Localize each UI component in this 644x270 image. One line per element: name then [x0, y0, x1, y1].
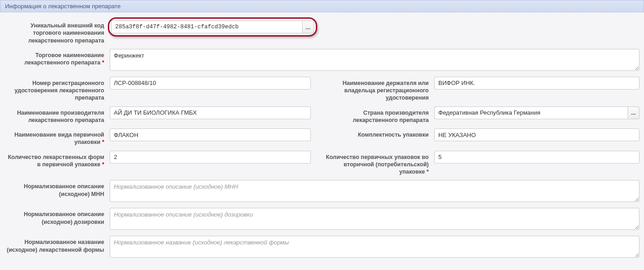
norm-form-input[interactable] [110, 236, 639, 258]
row-unique-code: Уникальный внешний код торгового наимено… [5, 19, 639, 44]
row-packaging: Наименование вида первичной упаковки * К… [5, 128, 639, 146]
row-manufacturer: Наименование производителя лекарственног… [5, 106, 639, 124]
trade-name-input[interactable] [110, 49, 639, 71]
primary-pack-type-input[interactable] [110, 128, 311, 141]
form-area: Уникальный внешний код торгового наимено… [0, 12, 644, 264]
panel-header: Информация о лекарственном препарате [0, 0, 644, 12]
unique-code-lookup-button[interactable]: ... [302, 21, 314, 33]
label-primary-in-secondary: Количество первичных упаковок во вторичн… [320, 151, 434, 176]
label-primary-pack-type: Наименование вида первичной упаковки * [5, 128, 110, 146]
label-holder-name: Наименование держателя или владельца рег… [320, 77, 434, 102]
panel-title: Информация о лекарственном препарате [5, 3, 121, 10]
norm-mnn-input[interactable] [110, 180, 639, 202]
label-norm-form: Нормализованное название (исходное) лека… [5, 236, 110, 254]
label-unique-code: Уникальный внешний код торгового наимено… [5, 19, 110, 44]
pack-completeness-input[interactable] [434, 128, 639, 141]
reg-cert-num-input[interactable] [110, 77, 311, 90]
manufacturer-country-input[interactable] [434, 106, 628, 119]
manufacturer-country-lookup-button[interactable]: ... [628, 106, 639, 119]
label-trade-name: Торговое наименование лекарственного пре… [5, 49, 110, 67]
label-manufacturer-country: Страна производителя лекарственного преп… [320, 106, 434, 124]
label-norm-mnn: Нормализованное описание (исходное) МНН [5, 180, 110, 198]
row-counts: Количество лекарственных форм в первично… [5, 151, 639, 176]
label-forms-in-primary: Количество лекарственных форм в первично… [5, 151, 110, 169]
row-norm-mnn: Нормализованное описание (исходное) МНН [5, 180, 639, 203]
label-reg-cert-num: Номер регистрационного удостоверения лек… [5, 77, 110, 102]
row-reg-holder: Номер регистрационного удостоверения лек… [5, 77, 639, 102]
label-pack-completeness: Комплектность упаковки [320, 128, 434, 138]
forms-in-primary-input[interactable] [110, 151, 311, 164]
norm-dosage-input[interactable] [110, 208, 639, 230]
row-norm-dosage: Нормализованное описание (исходное) дози… [5, 208, 639, 231]
label-manufacturer: Наименование производителя лекарственног… [5, 106, 110, 124]
label-norm-dosage: Нормализованное описание (исходное) дози… [5, 208, 110, 226]
primary-in-secondary-input[interactable] [434, 151, 639, 164]
unique-code-input[interactable] [111, 21, 302, 33]
holder-name-input[interactable] [434, 77, 639, 90]
row-norm-form: Нормализованное название (исходное) лека… [5, 236, 639, 259]
manufacturer-input[interactable] [110, 106, 311, 119]
row-trade-name: Торговое наименование лекарственного пре… [5, 49, 639, 72]
